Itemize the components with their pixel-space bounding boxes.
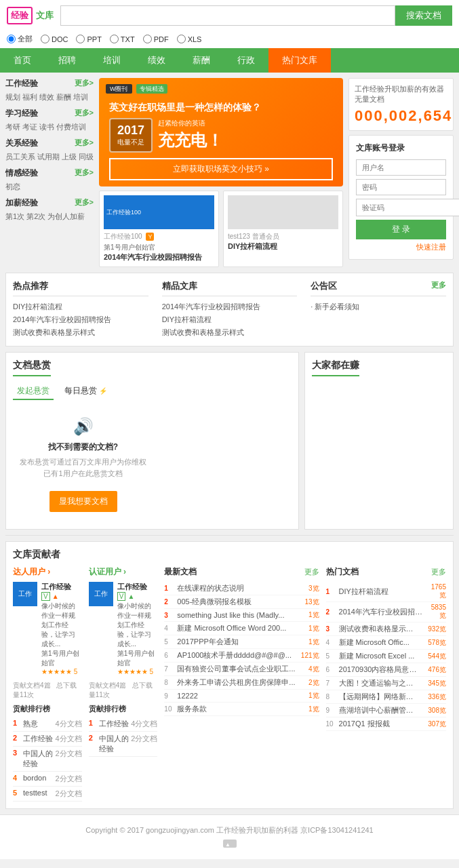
doc-card-1-thumb: 工作经验100 — [104, 195, 214, 229]
nav-train[interactable]: 培训 — [89, 48, 134, 73]
contributors-title: 文库贡献者 — [13, 549, 446, 561]
nav-recruit[interactable]: 招聘 — [45, 48, 89, 73]
expert-users-title[interactable]: 达人用户 › — [13, 566, 82, 578]
hero-banner: W圈刊 专辑精选 英文好在职场里是一种怎样的体验？ 2017 电量不足 赶紧给你… — [99, 78, 343, 186]
hot-docs-more[interactable]: 更多 — [431, 567, 446, 577]
quality-recom-1[interactable]: 2014年汽车行业校园招聘报告 — [162, 300, 298, 313]
sidebar-study-title: 学习经验 更多> — [5, 108, 94, 119]
certified-user-stats: 贡献文档4篇 总下载量11次 — [89, 681, 158, 700]
new-doc-4: 4新建 Microsoft Office Word 200...1览 — [164, 622, 319, 635]
trending-panel: 大家都在赚 — [304, 352, 454, 530]
tag-plan[interactable]: 规划 — [5, 92, 20, 102]
doc-card-2[interactable]: test123 普通会员 DIY拉杆箱流程 — [223, 191, 343, 267]
certified-rank-title: 贡献排行榜 — [89, 704, 158, 714]
search-button[interactable]: 搜索文档 — [395, 5, 452, 26]
tag-create-raise[interactable]: 为创人加薪 — [47, 212, 85, 222]
filter-ppt[interactable]: PPT — [76, 34, 101, 44]
new-doc-9: 9122221览 — [164, 690, 319, 703]
tag-emp-rel[interactable]: 员工关系 — [5, 152, 35, 162]
banner-cta-button[interactable]: 立即获取职场英文小技巧 » — [109, 158, 333, 180]
tag-first-raise[interactable]: 第1次 — [5, 212, 24, 222]
new-docs-col: 最新文档 更多 1在线课程的状态说明3览 2005-经典微弱报名模板13览 3s… — [164, 566, 319, 802]
certified-users-col: 认证用户 › 工作 工作经验 V ▲ 像小时候的作业一样规划工作经验，让学习成长… — [89, 566, 158, 802]
recommendations-section: 热点推荐 DIY拉杆箱流程 2014年汽车行业校园招聘报告 测试收费和表格显示样… — [5, 273, 454, 347]
tag-peer[interactable]: 同级 — [79, 152, 94, 162]
doc-reward-panel: 文档悬赏 发起悬赏 每日悬赏 ⚡ 🔊 找不到需要的文档? 发布悬赏可通过百万文库… — [5, 352, 299, 530]
tag-first-love[interactable]: 初恋 — [5, 182, 20, 192]
hot-recom-3[interactable]: 测试收费和表格显示样式 — [13, 326, 148, 339]
expert-user-role: 第1号用户创始官 — [41, 649, 82, 668]
quality-recom-2[interactable]: DIY拉杆箱流程 — [162, 313, 298, 326]
hot-doc-3: 3测试收费和表格显示…932览 — [326, 623, 446, 636]
tag-probation[interactable]: 试用期 — [37, 152, 60, 162]
filter-xls[interactable]: XLS — [177, 34, 202, 44]
doc-card-1-user: 工作经验100 Y — [104, 232, 214, 241]
certified-user-desc: 像小时候的作业一样规划工作经验，让学习成长... — [117, 601, 158, 649]
search-input[interactable] — [60, 5, 395, 26]
new-doc-8: 8外来务工申请公共租房住房保障申...2览 — [164, 676, 319, 690]
tag-train[interactable]: 培训 — [73, 92, 88, 102]
nav-salary[interactable]: 薪酬 — [179, 48, 224, 73]
tag-welfare[interactable]: 福利 — [22, 92, 37, 102]
doc-card-2-title: DIY拉杆箱流程 — [228, 241, 338, 252]
reward-tab-daily[interactable]: 每日悬赏 ⚡ — [60, 383, 111, 400]
tag-paid-train[interactable]: 付费培训 — [56, 122, 86, 132]
new-docs-more[interactable]: 更多 — [304, 567, 319, 577]
new-docs-header: 最新文档 更多 — [164, 566, 319, 578]
hot-doc-1: 1DIY拉杆箱流程1765览 — [326, 582, 446, 602]
quick-register-link[interactable]: 快速注册 — [356, 242, 446, 252]
tag-salary[interactable]: 薪酬 — [56, 92, 71, 102]
hot-recom-2[interactable]: 2014年汽车行业校园招聘报告 — [13, 313, 148, 326]
tag-perf[interactable]: 绩效 — [39, 92, 54, 102]
certified-users-title[interactable]: 认证用户 › — [89, 566, 158, 578]
nav-hotlib[interactable]: 热门文库 — [268, 48, 331, 73]
sidebar-raise-exp: 加薪经验 更多> 第1次 第2次 为创人加薪 — [5, 197, 94, 222]
filter-doc[interactable]: DOC — [41, 34, 68, 44]
reward-tab-post[interactable]: 发起悬赏 — [13, 383, 54, 400]
sidebar-relation-tags: 员工关系 试用期 上级 同级 — [5, 152, 94, 162]
logo-icon: 经验 — [7, 7, 33, 24]
captcha-input[interactable] — [356, 199, 459, 216]
tag-cert[interactable]: 考证 — [22, 122, 37, 132]
nav-admin[interactable]: 行政 — [224, 48, 268, 73]
notice-item-1[interactable]: 新手必看须知 — [311, 300, 446, 313]
sidebar-work-more[interactable]: 更多> — [75, 78, 94, 90]
reward-content: 🔊 找不到需要的文档? 发布悬赏可通过百万文库用户为你维权已有1用户在此悬赏文档… — [13, 407, 292, 522]
logo: 经验 文库 — [7, 7, 54, 24]
quality-recom-3[interactable]: 测试收费和表格显示样式 — [162, 326, 298, 339]
filter-pdf[interactable]: PDF — [143, 34, 169, 44]
nav-perf[interactable]: 绩效 — [134, 48, 179, 73]
login-box: 文库账号登录 验证码 登 录 快速注册 — [348, 135, 454, 260]
sidebar-study-more[interactable]: 更多> — [75, 108, 94, 119]
hot-recom-1[interactable]: DIY拉杆箱流程 — [13, 300, 148, 313]
hot-doc-8: 8【远期网络】网络新…336览 — [326, 690, 446, 704]
filter-txt[interactable]: TXT — [110, 34, 135, 44]
filter-all[interactable]: 全部 — [7, 34, 33, 44]
filter-bar: 全部 DOC PPT TXT PDF XLS — [0, 31, 459, 48]
tag-second-raise[interactable]: 第2次 — [26, 212, 45, 222]
sidebar-relation-more[interactable]: 更多> — [75, 138, 94, 149]
sidebar-raise-more[interactable]: 更多> — [75, 197, 94, 209]
footer: Copyright © 2017 gongzuojingyan.com 工作经验… — [0, 814, 459, 859]
expert-rank-list: 贡献排行榜 1熟意4分文档 2工作经验4分文档 3中国人的经验2分文档 4bor… — [13, 704, 82, 802]
recommendations-inner: 热点推荐 DIY拉杆箱流程 2014年汽车行业校园招聘报告 测试收费和表格显示样… — [13, 280, 446, 339]
tag-superior[interactable]: 上级 — [62, 152, 77, 162]
logo-text: 经验 文库 — [7, 7, 54, 24]
main-nav: 首页 招聘 培训 绩效 薪酬 行政 热门文库 — [0, 48, 459, 73]
doc-card-1-role: 第1号用户创始官 — [104, 243, 214, 252]
password-input[interactable] — [356, 179, 446, 195]
new-doc-5: 52017PPP年会通知1览 — [164, 635, 319, 649]
sidebar-emotion-more[interactable]: 更多> — [75, 167, 94, 179]
doc-reward-section: 文档悬赏 发起悬赏 每日悬赏 ⚡ 🔊 找不到需要的文档? 发布悬赏可通过百万文库… — [5, 352, 454, 530]
username-input[interactable] — [356, 159, 446, 176]
notice-more-link[interactable]: 更多 — [431, 280, 446, 290]
find-doc-button[interactable]: 显我想要文档 — [49, 491, 117, 512]
nav-home[interactable]: 首页 — [0, 48, 45, 73]
doc-card-1[interactable]: 工作经验100 工作经验100 Y 第1号用户创始官 2014年汽车行业校园招聘… — [99, 191, 219, 267]
tag-read[interactable]: 读书 — [39, 122, 54, 132]
expert-user-stars: ★★★★★ 5 — [41, 668, 82, 675]
tag-postgrad[interactable]: 考研 — [5, 122, 20, 132]
stats-number: 000,002,654 — [355, 107, 447, 125]
main-content: 工作经验 更多> 规划 福利 绩效 薪酬 培训 学习经验 更多> 考研 考证 读… — [0, 73, 459, 273]
login-button[interactable]: 登 录 — [356, 220, 446, 239]
